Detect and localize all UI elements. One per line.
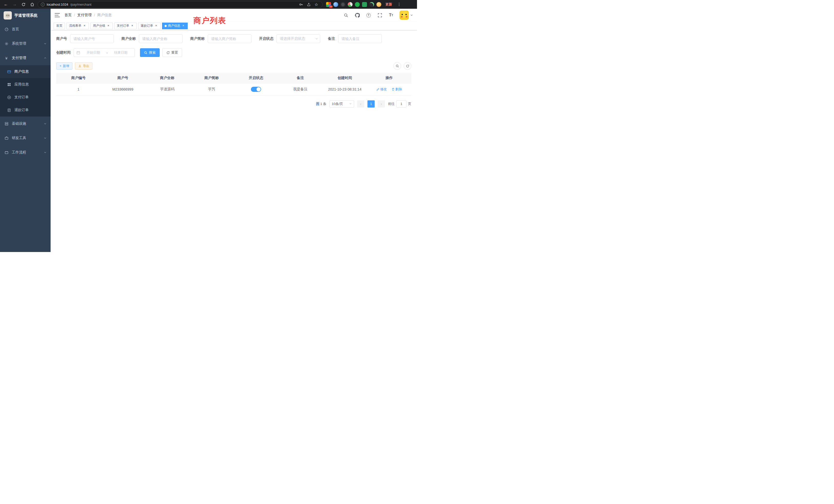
pagination: 共 1 条 10条/页 ‹ 1 › 前往 页 xyxy=(56,100,411,108)
export-button[interactable]: 导出 xyxy=(75,62,92,70)
fullscreen-icon[interactable] xyxy=(377,12,382,18)
goto-unit: 页 xyxy=(408,101,411,106)
user-avatar[interactable] xyxy=(399,10,413,20)
tab-process-form[interactable]: 流程表单 × xyxy=(66,23,89,29)
back-icon[interactable]: ← xyxy=(3,1,9,8)
tab-user-group[interactable]: 用户分组 × xyxy=(90,23,113,29)
forward-icon[interactable]: → xyxy=(11,1,18,8)
dashboard-icon xyxy=(4,27,9,31)
extension-green-circle-icon[interactable] xyxy=(355,2,360,7)
plus-icon: + xyxy=(60,64,61,68)
table-header-row: 商户编号 商户号 商户全称 商户简称 开启状态 备注 创建时间 操作 xyxy=(56,73,411,83)
add-button-label: 新增 xyxy=(63,64,69,68)
create-time-range-picker[interactable]: 开始日期 - 结束日期 xyxy=(74,48,135,57)
full-name-input[interactable] xyxy=(139,35,182,43)
delete-link[interactable]: 删除 xyxy=(392,87,402,92)
url-bar[interactable]: i localhost:1024/pay/merchant ☆ xyxy=(38,1,323,8)
app-title: 芋道管理系统 xyxy=(14,13,38,18)
edit-link-label: 修改 xyxy=(380,87,387,92)
app-logo[interactable]: 芋道管理系统 xyxy=(0,9,50,22)
extension-drop-icon[interactable] xyxy=(333,2,338,7)
extension-multicolor-icon[interactable] xyxy=(348,2,353,7)
cell-merchant-id: 1 xyxy=(56,83,101,95)
sidebar-item-devtools[interactable]: 研发工具 xyxy=(0,131,50,145)
page-number-button[interactable]: 1 xyxy=(368,100,375,108)
sidebar-item-app-info[interactable]: 应用信息 xyxy=(0,78,50,91)
col-full-name: 商户全称 xyxy=(145,73,190,83)
home-icon[interactable] xyxy=(29,1,36,8)
extension-green-doc-icon[interactable] xyxy=(362,2,367,7)
next-page-button[interactable]: › xyxy=(378,100,385,108)
extension-dark-circle-icon[interactable] xyxy=(341,2,345,7)
field-create-time: 创建时间 开始日期 - 结束日期 xyxy=(56,48,135,57)
tab-label: 用户分组 xyxy=(93,24,105,28)
help-icon[interactable]: ? xyxy=(366,12,371,18)
reset-button[interactable]: 重置 xyxy=(162,48,182,57)
pagination-total-rest: 1 条 xyxy=(320,102,326,106)
tab-label: 首页 xyxy=(56,24,62,28)
breadcrumb-pay[interactable]: 支付管理 xyxy=(77,13,92,18)
bookmark-star-icon[interactable]: ☆ xyxy=(313,2,319,7)
chevron-up-icon xyxy=(44,57,46,59)
sidebar-item-home[interactable]: 首页 xyxy=(0,22,50,37)
date-start-placeholder: 开始日期 xyxy=(82,50,105,55)
remark-input[interactable] xyxy=(338,35,382,43)
close-icon[interactable]: × xyxy=(83,24,86,28)
breadcrumb-home[interactable]: 首页 xyxy=(64,13,72,18)
share-icon[interactable] xyxy=(306,2,311,7)
sidebar-item-label: 支付管理 xyxy=(12,56,41,60)
status-select[interactable]: 请选择开启状态 xyxy=(277,35,320,43)
extension-yellow-face-icon[interactable] xyxy=(376,2,381,7)
col-remark: 备注 xyxy=(278,73,323,83)
search-icon[interactable] xyxy=(343,12,349,18)
merchant-no-input[interactable] xyxy=(70,35,114,43)
sidebar-item-workflow[interactable]: 工作流程 xyxy=(0,145,50,160)
app-grid-icon xyxy=(7,82,11,87)
font-size-icon[interactable]: TT xyxy=(388,12,394,18)
sidebar-item-merchant-info[interactable]: 商户信息 xyxy=(0,65,50,78)
site-info-icon[interactable]: i xyxy=(41,3,45,6)
tab-home[interactable]: 首页 xyxy=(54,23,65,29)
browser-chrome: ← → i localhost:1024/pay/merchant ☆ 10 更… xyxy=(0,0,417,9)
refresh-table-button[interactable] xyxy=(404,62,411,70)
add-button[interactable]: + 新增 xyxy=(56,62,72,70)
search-button[interactable]: 搜索 xyxy=(140,48,160,57)
sidebar-item-pay[interactable]: ¥ 支付管理 xyxy=(0,51,50,65)
infra-icon xyxy=(4,121,9,126)
field-remark: 备注 xyxy=(328,35,382,43)
tab-merchant-info[interactable]: 商户信息 × xyxy=(162,23,188,29)
calendar-icon xyxy=(76,51,80,54)
tab-pay-order[interactable]: 支付订单 × xyxy=(114,23,137,29)
extension-pinwheel-icon[interactable] xyxy=(369,2,374,7)
chrome-update-button[interactable]: 更新 xyxy=(383,1,394,7)
github-icon[interactable] xyxy=(354,12,360,18)
sidebar-item-refund-order[interactable]: 退款订单 xyxy=(0,104,50,116)
close-icon[interactable]: × xyxy=(154,24,158,28)
refresh-icon[interactable] xyxy=(20,1,27,8)
sidebar-toggle-icon[interactable] xyxy=(55,13,60,17)
password-key-icon[interactable] xyxy=(298,2,304,7)
sidebar-item-pay-order[interactable]: 支付订单 xyxy=(0,91,50,104)
chevron-down-icon xyxy=(44,151,46,154)
toggle-search-button[interactable] xyxy=(393,62,401,70)
close-icon[interactable]: × xyxy=(181,24,185,28)
tab-refund-order[interactable]: 退款订单 × xyxy=(138,23,160,29)
goto-page-input[interactable] xyxy=(396,100,407,108)
sidebar-item-infra[interactable]: 基础设施 xyxy=(0,116,50,131)
cell-short-name: 芋艿 xyxy=(190,83,234,95)
close-icon[interactable]: × xyxy=(107,24,110,28)
table-toolbar: + 新增 导出 xyxy=(56,62,411,70)
short-name-input[interactable] xyxy=(208,35,251,43)
edit-link[interactable]: 修改 xyxy=(376,87,387,92)
prev-page-button[interactable]: ‹ xyxy=(357,100,364,108)
sidebar-item-system[interactable]: 系统管理 xyxy=(0,37,50,51)
sidebar-menu: 首页 系统管理 ¥ 支付管理 商户信息 xyxy=(0,22,50,252)
page-size-select[interactable]: 10条/页 xyxy=(329,100,354,108)
sidebar-item-label: 支付订单 xyxy=(14,95,46,99)
status-toggle[interactable] xyxy=(251,87,261,92)
extension-puzzle-icon[interactable]: 10 xyxy=(326,2,331,7)
close-icon[interactable]: × xyxy=(130,24,134,28)
field-status: 开启状态 请选择开启状态 xyxy=(259,35,320,43)
browser-menu-icon[interactable]: ⋮ xyxy=(396,2,402,7)
sidebar-item-label: 商户信息 xyxy=(14,69,46,74)
